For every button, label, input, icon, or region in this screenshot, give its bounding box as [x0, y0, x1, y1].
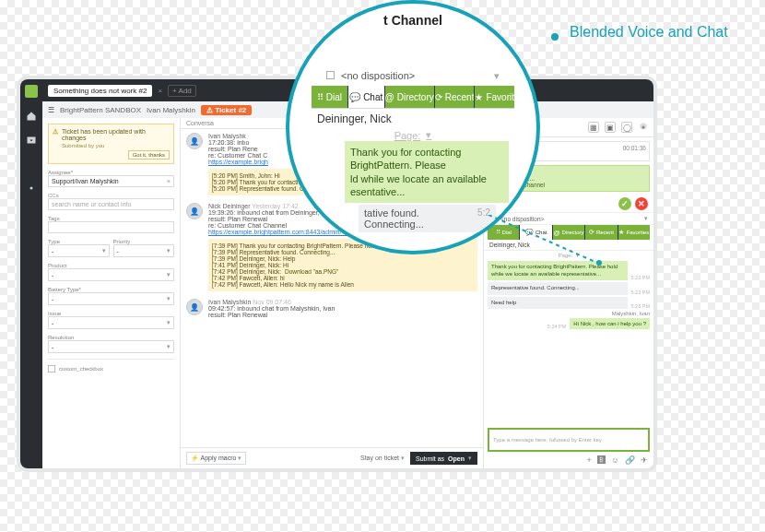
alert-by: Submitted by you [62, 143, 170, 148]
priority-field[interactable]: -▾ [113, 244, 175, 257]
user-icon[interactable]: ◯ [621, 122, 632, 133]
avatar: 👤 [186, 203, 203, 219]
lens-page-selector[interactable]: Page:▾ [289, 129, 536, 141]
chat-time: 5:23 PM [631, 290, 650, 295]
chevron-down-icon: ▾ [167, 295, 171, 302]
mini-tab-favorites[interactable]: ★Favorites [618, 225, 650, 240]
chat-row: Need help5:23 PM [488, 297, 650, 310]
annotation-label: Blended Voice and Chat [570, 24, 728, 41]
apps-icon[interactable]: ▣ [605, 122, 616, 133]
alert-dismiss-button[interactable]: Got it, thanks [128, 150, 170, 160]
svg-line-2 [488, 215, 597, 263]
link[interactable]: https://example.brigh [208, 159, 268, 165]
msg-line: 09:42:57: inbound chat from Malyshkin, I… [208, 305, 477, 312]
grid-icon[interactable]: ▦ [588, 122, 599, 133]
accept-icon[interactable]: ✓ [618, 197, 631, 210]
directory-icon: @ [385, 92, 394, 102]
custom-checkbox-row[interactable]: custom_checkbox [48, 365, 174, 372]
lens-disposition: <no disposition> ▾ [289, 68, 536, 84]
chat-area: Thank you for contacting BrightPattern. … [484, 259, 653, 424]
app-logo [25, 85, 38, 98]
issue-field[interactable]: -▾ [48, 316, 174, 329]
call-duration: 00:01:36 [623, 145, 646, 151]
reject-icon[interactable]: ✕ [635, 197, 648, 210]
agent-reply-bubble: Hi Nick , how can i help you ? [570, 318, 650, 329]
lens-tabs: ⠿Dial💬Chat@Directory⟳Recent★Favorit [312, 86, 514, 108]
lens-tab-recent[interactable]: ⟳Recent [434, 86, 475, 108]
chevron-down-icon: ▾ [167, 343, 171, 350]
chat-bubble: Representative found. Connecting... [488, 282, 628, 295]
ticket-alert: ⚠ Ticket has been updated with changes S… [48, 124, 174, 164]
current-user: Ivan Malyshkin [147, 106, 195, 114]
chat-row: Representative found. Connecting...5:23 … [488, 282, 650, 295]
close-tab-icon[interactable]: × [158, 87, 162, 95]
type-field[interactable]: -▾ [48, 244, 110, 257]
submit-button[interactable]: Submit as Open ▾ [410, 452, 477, 465]
chevron-down-icon: ▾ [167, 271, 171, 278]
lens-tab-favorit[interactable]: ★Favorit [474, 86, 514, 108]
inbox-icon[interactable] [26, 135, 37, 146]
chevron-down-icon: ▾ [167, 319, 171, 326]
product-field[interactable]: -▾ [48, 268, 174, 281]
msg-time: Nov 09 07:46 [253, 299, 291, 305]
lens-bubble-greeting: Thank you for contacting BrightPattern. … [345, 141, 509, 203]
chat-toolbar: +🅱☺🔗✈ [484, 455, 653, 468]
chevron-down-icon: ▾ [238, 455, 241, 461]
chat-bubble: Need help [488, 297, 628, 310]
msg-line: result: Plan Renewal [208, 312, 477, 318]
emoji-icon[interactable]: ☺ [611, 455, 619, 465]
warning-icon: ⚠ [206, 106, 213, 114]
message: 👤Ivan Malyshkin Nov 09 07:4609:42:57: in… [186, 299, 477, 318]
resolution-field[interactable]: -▾ [48, 340, 174, 353]
chevron-down-icon[interactable]: ▾ [644, 215, 648, 222]
ticket-detail-pane: ⚠ Ticket has been updated with changes S… [42, 118, 181, 468]
link-icon[interactable]: 🔗 [625, 455, 635, 465]
chevron-down-icon: ▾ [102, 247, 106, 254]
stay-on-ticket[interactable]: Stay on ticket ▾ [360, 455, 405, 462]
msg-author: Ivan Malyshk [208, 133, 246, 139]
brand-label: BrightPattern SANDBOX [60, 106, 141, 114]
lens-tab-chat[interactable]: 💬Chat [347, 86, 384, 108]
lens-tab-dial[interactable]: ⠿Dial [312, 86, 347, 108]
hamburger-icon[interactable]: ☰ [48, 106, 54, 114]
add-tab-button[interactable]: + Add [168, 85, 196, 97]
leader-line [488, 215, 599, 270]
leader-dot [551, 33, 559, 41]
checkbox-icon[interactable] [48, 365, 55, 372]
assignee-field[interactable]: Support/Ivan Malyshkin × [48, 175, 174, 187]
lens-contact-name: Deininger, Nick [289, 109, 536, 129]
stats-icon[interactable] [26, 159, 37, 170]
chat-time: 5:24 PM [547, 324, 566, 329]
gear-icon[interactable] [638, 122, 649, 133]
chat-time: 5:23 PM [631, 303, 650, 309]
settings-icon[interactable] [26, 183, 37, 194]
flash-icon: ⚡ [191, 455, 199, 461]
ticket-num: #2 [139, 87, 147, 95]
close-icon[interactable]: × [167, 178, 171, 184]
ticket-badge: ⚠ Ticket #2 [201, 105, 252, 115]
battery-field[interactable]: -▾ [48, 292, 174, 305]
bold-icon[interactable]: 🅱 [597, 455, 606, 465]
recent-icon: ⟳ [435, 92, 442, 102]
agent-name-label: Malyshkin, Ivan [612, 311, 650, 316]
left-nav [20, 79, 42, 468]
ticket-title: Something does not work [53, 87, 136, 95]
lens-tab-directory[interactable]: @Directory [384, 86, 434, 108]
chat-input[interactable]: Type a message here, followed by Enter k… [488, 428, 650, 452]
apply-macro-button[interactable]: ⚡ Apply macro ▾ [186, 452, 246, 465]
alert-icon: ⚠ [53, 128, 58, 160]
tags-field[interactable] [48, 221, 174, 233]
home-icon[interactable] [26, 111, 37, 122]
svg-point-0 [30, 187, 33, 190]
leader-dot-target [596, 260, 602, 266]
favorites-icon: ★ [618, 229, 624, 236]
send-icon[interactable]: ✈ [641, 455, 648, 465]
lens-title: t Channel [289, 13, 536, 28]
msg-author: Ivan Malyshkin [208, 299, 251, 305]
favorit-icon: ★ [475, 92, 483, 102]
active-ticket-pill[interactable]: Something does not work #2 [48, 85, 152, 97]
add-icon[interactable]: + [587, 455, 592, 465]
chevron-down-icon: ▾ [401, 455, 405, 461]
ccs-field[interactable]: search name or contact info [48, 198, 174, 210]
lens-bubble-connecting: tative found. Connecting... 5:2 [359, 205, 496, 232]
